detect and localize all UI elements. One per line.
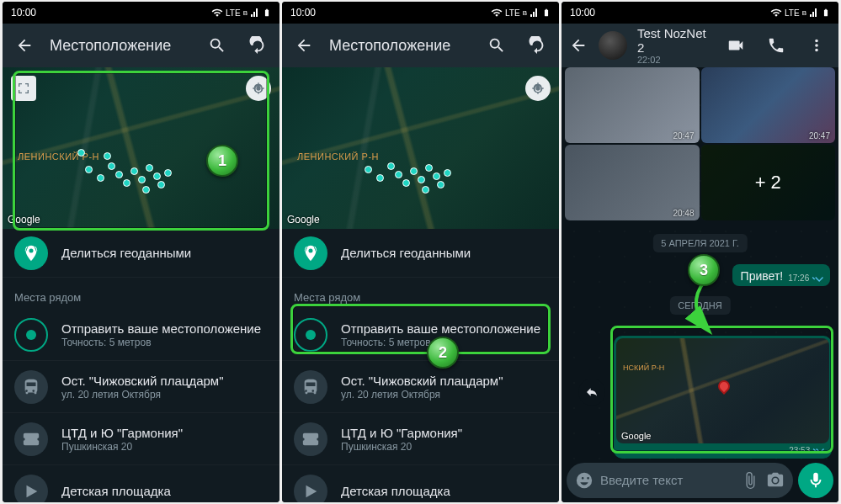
status-time: 10:00 bbox=[570, 7, 595, 19]
thumb-3[interactable]: 20:48 bbox=[565, 145, 700, 220]
nearby-header: Места рядом bbox=[3, 278, 279, 309]
chat-name: Test NozNet 2 bbox=[637, 26, 711, 55]
camera-icon[interactable] bbox=[766, 471, 785, 490]
voice-call-icon[interactable] bbox=[761, 30, 791, 61]
map-pin-icon bbox=[716, 378, 733, 395]
status-net-sup: B bbox=[523, 9, 527, 17]
place-row-harmony[interactable]: ЦТД и Ю "Гармония" Пушкинская 20 bbox=[3, 413, 279, 465]
thumb-time: 20:48 bbox=[673, 209, 694, 218]
thumb-time: 20:47 bbox=[673, 131, 694, 141]
status-bar: 10:00 LTE B bbox=[282, 2, 559, 24]
google-logo: Google bbox=[8, 214, 40, 225]
location-list: Делиться геоданными Места рядом Отправит… bbox=[282, 229, 559, 502]
back-icon[interactable] bbox=[9, 30, 40, 61]
mic-button[interactable] bbox=[798, 463, 833, 498]
chat-subtitle: 22:02 bbox=[637, 55, 711, 65]
loc-time: 23:53 bbox=[789, 446, 810, 455]
chat-appbar: Test NozNet 2 22:02 bbox=[562, 24, 838, 67]
current-location-icon bbox=[14, 318, 48, 352]
place-row-bus-stop[interactable]: Ост. "Чижовский плацдарм" ул. 20 летия О… bbox=[282, 361, 559, 413]
callout-2: 2 bbox=[427, 337, 459, 369]
place-title: Ост. "Чижовский плацдарм" bbox=[61, 374, 223, 388]
nearby-header: Места рядом bbox=[282, 278, 559, 309]
screen-1-location-picker: 10:00 LTE B Местоположение ЛЕНИНСКИЙ Р-Н… bbox=[3, 2, 279, 502]
place-row-harmony[interactable]: ЦТД и Ю "Гармония" Пушкинская 20 bbox=[282, 413, 559, 465]
place-row-playground[interactable]: Детская площадка bbox=[282, 465, 559, 502]
status-net: LTE bbox=[505, 8, 520, 18]
place-sub: ул. 20 летия Октября bbox=[61, 389, 223, 401]
video-call-icon[interactable] bbox=[721, 30, 751, 61]
place-sub: ул. 20 летия Октября bbox=[341, 389, 503, 401]
thumb-1[interactable]: 20:47 bbox=[565, 67, 700, 143]
send-current-sub: Точность: 5 метров bbox=[61, 337, 261, 348]
bus-icon bbox=[294, 370, 327, 404]
place-title: ЦТД и Ю "Гармония" bbox=[61, 426, 183, 440]
my-location-icon[interactable] bbox=[525, 76, 551, 101]
send-current-location-row[interactable]: Отправить ваше местоположение Точность: … bbox=[282, 309, 559, 361]
send-current-title: Отправить ваше местоположение bbox=[341, 321, 540, 336]
share-live-label: Делиться геоданными bbox=[61, 246, 191, 260]
place-sub: Пушкинская 20 bbox=[341, 441, 462, 453]
message-text: Привет! bbox=[741, 269, 784, 283]
send-current-location-row[interactable]: Отправить ваше местоположение Точность: … bbox=[3, 309, 279, 361]
google-logo: Google bbox=[287, 214, 320, 225]
status-bar: 10:00 LTE B bbox=[3, 2, 279, 24]
refresh-icon[interactable] bbox=[242, 30, 273, 61]
chat-avatar[interactable] bbox=[599, 31, 627, 60]
refresh-icon[interactable] bbox=[522, 30, 552, 61]
date-chip: 5 АПРЕЛЯ 2021 Г. bbox=[652, 234, 747, 252]
my-location-icon[interactable] bbox=[246, 76, 271, 101]
message-out[interactable]: Привет! 17:26 bbox=[732, 264, 830, 286]
map-preview[interactable]: ЛЕНИНСКИЙ Р-Н Google bbox=[3, 67, 279, 229]
status-time: 10:00 bbox=[11, 7, 36, 19]
place-title: Ост. "Чижовский плацдарм" bbox=[341, 374, 503, 388]
place-row-playground[interactable]: Детская площадка bbox=[3, 465, 279, 502]
location-message-bubble[interactable]: НСКИЙ Р-Н Google 23:53 bbox=[614, 336, 832, 459]
thumb-time: 20:47 bbox=[809, 131, 830, 141]
fullscreen-icon[interactable] bbox=[11, 76, 36, 101]
place-title: ЦТД и Ю "Гармония" bbox=[341, 426, 462, 440]
media-album[interactable]: 20:47 20:47 20:48 + 2 bbox=[565, 67, 835, 220]
search-icon[interactable] bbox=[202, 30, 232, 61]
search-icon[interactable] bbox=[482, 30, 512, 61]
map-preview[interactable]: ЛЕНИНСКИЙ Р-Н Google bbox=[282, 67, 559, 229]
message-input[interactable]: Введите текст bbox=[567, 463, 793, 498]
forward-icon[interactable] bbox=[578, 379, 605, 406]
current-location-icon bbox=[294, 318, 327, 352]
bus-icon bbox=[14, 370, 48, 404]
status-net-sup: B bbox=[243, 9, 248, 17]
appbar: Местоположение bbox=[282, 24, 559, 67]
place-sub: Пушкинская 20 bbox=[61, 441, 183, 453]
share-live-location-row[interactable]: Делиться геоданными bbox=[282, 229, 559, 278]
loc-district: НСКИЙ Р-Н bbox=[623, 363, 664, 372]
status-net-sup: B bbox=[802, 9, 806, 17]
location-thumbnail[interactable]: НСКИЙ Р-Н Google bbox=[616, 338, 829, 443]
playground-icon bbox=[294, 475, 327, 503]
share-live-location-row[interactable]: Делиться геоданными bbox=[3, 229, 279, 278]
playground-icon bbox=[14, 475, 48, 503]
place-title: Детская площадка bbox=[61, 484, 171, 498]
live-location-icon bbox=[294, 236, 327, 270]
ticket-icon bbox=[14, 422, 48, 456]
input-placeholder: Введите текст bbox=[600, 473, 734, 487]
attach-icon[interactable] bbox=[741, 471, 759, 490]
status-time: 10:00 bbox=[290, 7, 316, 19]
thumb-2[interactable]: 20:47 bbox=[701, 67, 836, 143]
thumb-4-more[interactable]: + 2 bbox=[701, 145, 836, 220]
live-location-icon bbox=[14, 236, 48, 270]
place-row-bus-stop[interactable]: Ост. "Чижовский плацдарм" ул. 20 летия О… bbox=[3, 361, 279, 413]
appbar-title: Местоположение bbox=[50, 37, 192, 55]
emoji-icon[interactable] bbox=[575, 471, 593, 490]
more-icon[interactable] bbox=[801, 30, 832, 61]
share-live-label: Делиться геоданными bbox=[341, 246, 471, 260]
thumb-more-label: + 2 bbox=[701, 145, 836, 220]
appbar: Местоположение bbox=[3, 24, 279, 67]
back-icon[interactable] bbox=[568, 30, 588, 61]
send-current-title: Отправить ваше местоположение bbox=[61, 321, 261, 336]
chat-title-box[interactable]: Test NozNet 2 22:02 bbox=[637, 26, 711, 65]
message-time: 17:26 bbox=[788, 273, 809, 283]
ticket-icon bbox=[294, 422, 327, 456]
status-bar: 10:00 LTE B bbox=[562, 2, 838, 24]
back-icon[interactable] bbox=[289, 30, 319, 61]
status-net: LTE bbox=[226, 8, 241, 18]
